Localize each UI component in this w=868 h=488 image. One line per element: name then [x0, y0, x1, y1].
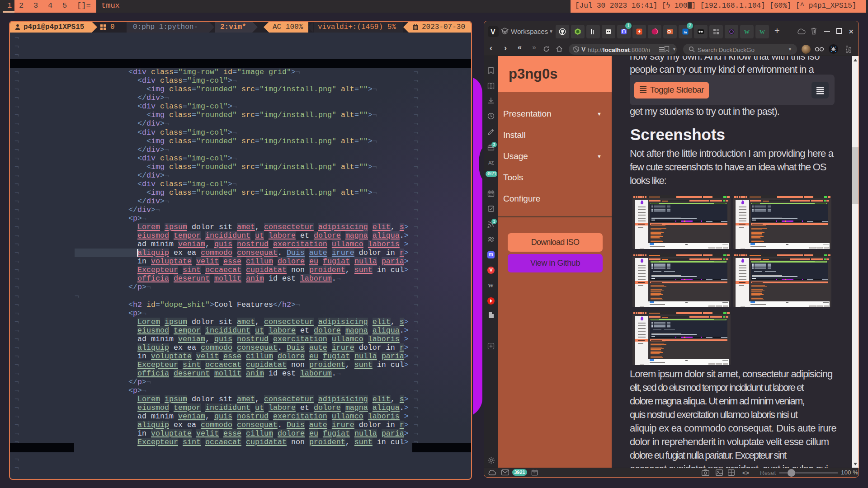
- svg-text:A: A: [488, 160, 492, 165]
- svg-text:in: in: [684, 30, 687, 34]
- svg-text:W: W: [744, 29, 750, 35]
- svg-text:W: W: [760, 29, 765, 35]
